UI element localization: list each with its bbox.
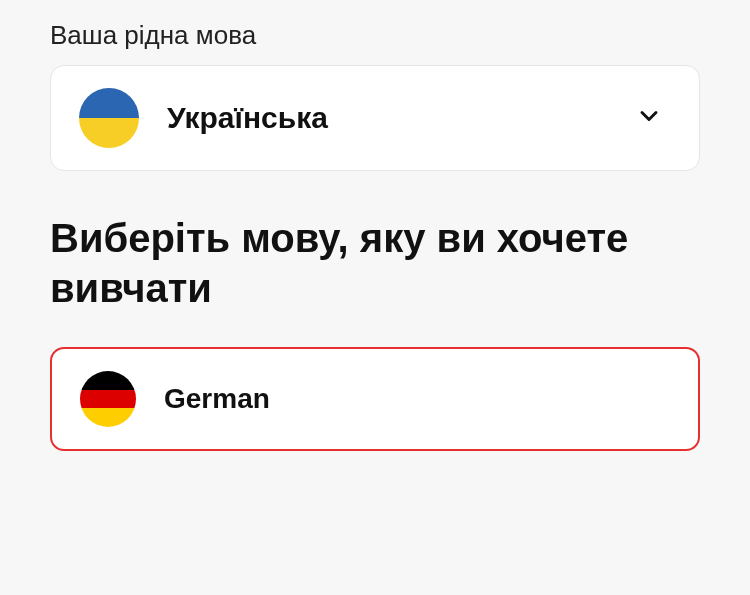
target-language-card[interactable]: German <box>50 347 700 451</box>
choose-language-heading: Виберіть мову, яку ви хочете вивчати <box>50 213 700 313</box>
target-language-name: German <box>164 383 270 415</box>
native-language-dropdown[interactable]: Українська <box>50 65 700 171</box>
native-language-name: Українська <box>167 101 328 135</box>
germany-flag-icon <box>80 371 136 427</box>
native-language-label: Ваша рідна мова <box>50 20 700 51</box>
ukraine-flag-icon <box>79 88 139 148</box>
chevron-down-icon <box>635 102 663 134</box>
